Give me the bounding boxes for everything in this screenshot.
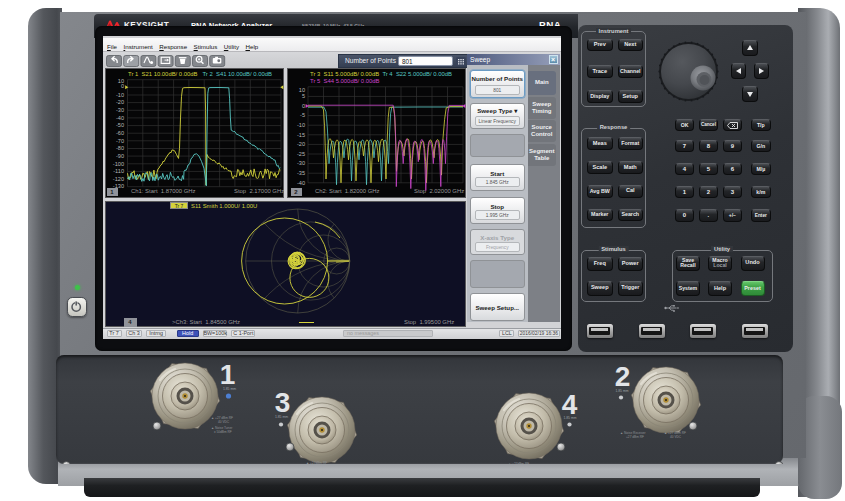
svg-text:-120: -120 [113,176,124,182]
svg-text:+27 dBm RF: +27 dBm RF [626,435,644,439]
svg-text:-30: -30 [297,160,305,166]
svg-text:▲ +27dBm RF: ▲ +27dBm RF [508,462,529,464]
svg-text:1.85 mm: 1.85 mm [615,389,628,393]
svg-text:1.85 mm: 1.85 mm [223,387,236,391]
svg-text:1.85 mm: 1.85 mm [563,416,576,420]
svg-text:40 VDC: 40 VDC [218,420,230,424]
svg-text:-15: -15 [297,132,305,138]
svg-text:-35: -35 [297,170,305,176]
svg-text:-20: -20 [116,99,124,105]
svg-text:▲ +27dBm RF: ▲ +27dBm RF [306,461,327,464]
svg-text:1: 1 [220,359,236,390]
svg-text:-30: -30 [116,107,124,113]
svg-text:40 VDC: 40 VDC [670,435,682,439]
svg-text:1.85 mm: 1.85 mm [275,415,288,419]
svg-text:0: 0 [302,103,305,109]
svg-text:3: 3 [275,387,291,418]
svg-text:-40: -40 [297,180,305,186]
svg-text:-20: -20 [297,141,305,147]
svg-text:-40: -40 [116,115,124,121]
svg-text:-10: -10 [116,92,124,98]
svg-text:x 50dBm RF: x 50dBm RF [214,430,232,434]
svg-text:-70: -70 [116,138,124,144]
svg-text:-5: -5 [300,112,305,118]
svg-text:-110: -110 [113,168,124,174]
svg-text:-25: -25 [297,151,305,157]
svg-text:-130: -130 [113,183,124,189]
svg-text:0: 0 [121,83,124,89]
svg-text:-80: -80 [116,145,124,151]
svg-text:-50: -50 [116,122,124,128]
svg-text:2: 2 [615,361,631,392]
svg-text:-60: -60 [116,130,124,136]
svg-text:-10: -10 [297,122,305,128]
svg-text:-100: -100 [113,161,124,167]
svg-text:5: 5 [302,93,305,99]
svg-text:-90: -90 [116,153,124,159]
